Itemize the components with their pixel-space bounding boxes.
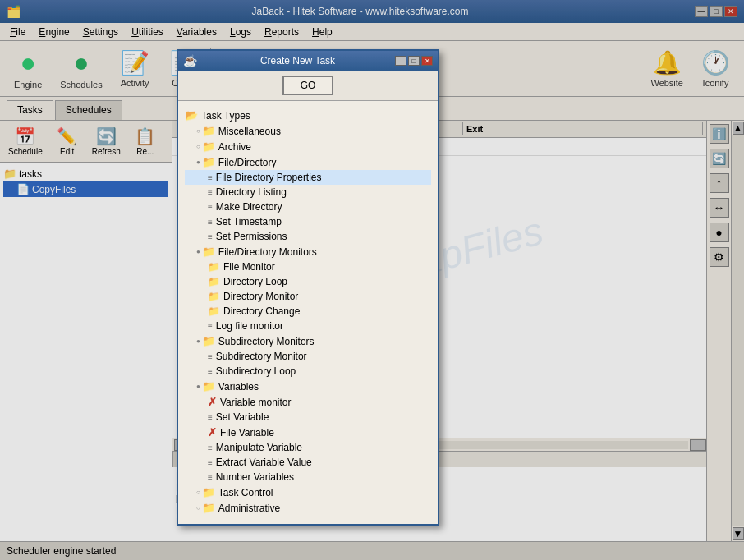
tree-icon-15: 📁 bbox=[202, 335, 215, 347]
tree-icon-13: 📁 bbox=[208, 305, 220, 317]
modal-tree-item-21[interactable]: ✗File Variable bbox=[185, 425, 431, 440]
tree-label-18: Variables bbox=[218, 381, 259, 392]
modal-tree-item-0[interactable]: 📂Task Types bbox=[185, 108, 431, 123]
modal-tree-item-1[interactable]: ○📁Miscellaneous bbox=[185, 123, 431, 139]
tree-label-5: Directory Listing bbox=[216, 186, 287, 198]
tree-icon-19: ✗ bbox=[208, 396, 217, 408]
connector-9: ● bbox=[196, 248, 200, 255]
tree-label-15: Subdirectory Monitors bbox=[218, 336, 315, 347]
modal-tree-item-25[interactable]: ○📁Task Control bbox=[185, 484, 431, 500]
modal-tree-item-22[interactable]: ≡Manipulate Variable bbox=[185, 440, 431, 455]
tree-label-9: File/Directory Monitors bbox=[218, 246, 317, 258]
modal-close-btn[interactable]: ✕ bbox=[421, 56, 433, 66]
modal-tree-item-6[interactable]: ≡Make Directory bbox=[185, 200, 431, 214]
modal-title-text: Create New Task bbox=[200, 55, 395, 67]
tree-icon-5: ≡ bbox=[208, 188, 213, 197]
tree-icon-18: 📁 bbox=[202, 380, 215, 392]
tree-label-23: Extract Variable Value bbox=[216, 457, 312, 468]
tree-icon-20: ≡ bbox=[208, 413, 213, 422]
tree-icon-14: ≡ bbox=[208, 322, 213, 331]
connector-18: ● bbox=[196, 383, 200, 390]
modal-tree-item-5[interactable]: ≡Directory Listing bbox=[185, 185, 431, 200]
tree-label-25: Task Control bbox=[218, 487, 273, 498]
modal-tree-item-4[interactable]: ≡File Directory Properties bbox=[185, 170, 431, 185]
tree-icon-9: 📁 bbox=[202, 246, 215, 258]
tree-icon-16: ≡ bbox=[208, 352, 213, 361]
connector-26: ○ bbox=[196, 504, 200, 512]
tree-label-12: Directory Monitor bbox=[223, 291, 298, 302]
tree-icon-12: 📁 bbox=[208, 291, 220, 302]
modal-tree-item-24[interactable]: ≡Number Variables bbox=[185, 470, 431, 484]
tree-label-6: Make Directory bbox=[216, 201, 282, 213]
connector-15: ● bbox=[196, 337, 200, 345]
tree-icon-1: 📁 bbox=[202, 125, 215, 137]
go-button[interactable]: GO bbox=[282, 76, 334, 95]
tree-icon-17: ≡ bbox=[208, 367, 213, 376]
tree-icon-8: ≡ bbox=[208, 232, 213, 241]
tree-label-20: Set Variable bbox=[216, 411, 269, 423]
tree-label-3: File/Directory bbox=[218, 157, 277, 168]
tree-label-26: Administrative bbox=[218, 503, 280, 514]
tree-label-14: Log file monitor bbox=[216, 320, 283, 332]
modal-window-controls: — □ ✕ bbox=[395, 56, 433, 66]
modal-tree-item-13[interactable]: 📁Directory Change bbox=[185, 304, 431, 319]
tree-label-24: Number Variables bbox=[216, 471, 294, 483]
tree-icon-4: ≡ bbox=[208, 173, 213, 182]
modal-tree-item-7[interactable]: ≡Set Timestamp bbox=[185, 214, 431, 229]
connector-25: ○ bbox=[196, 489, 200, 496]
connector-2: ○ bbox=[196, 143, 200, 150]
tree-label-7: Set Timestamp bbox=[216, 216, 282, 227]
tree-label-1: Miscellaneous bbox=[218, 126, 281, 137]
modal-tree-item-12[interactable]: 📁Directory Monitor bbox=[185, 289, 431, 304]
modal-title-bar: ☕ Create New Task — □ ✕ bbox=[178, 51, 438, 71]
tree-icon-6: ≡ bbox=[208, 203, 213, 212]
modal-tree-item-20[interactable]: ≡Set Variable bbox=[185, 410, 431, 425]
tree-icon-21: ✗ bbox=[208, 426, 217, 438]
modal-tree-item-26[interactable]: ○📁Administrative bbox=[185, 500, 431, 516]
modal-tree-item-3[interactable]: ●📁File/Directory bbox=[185, 154, 431, 170]
tree-label-11: Directory Loop bbox=[223, 276, 287, 287]
tree-label-10: File Monitor bbox=[223, 261, 275, 273]
tree-icon-2: 📁 bbox=[202, 140, 215, 153]
tree-icon-11: 📁 bbox=[208, 276, 220, 287]
modal-tree-body[interactable]: 📂Task Types○📁Miscellaneous○📁Archive●📁Fil… bbox=[178, 101, 438, 525]
modal-tree-item-19[interactable]: ✗Variable monitor bbox=[185, 394, 431, 410]
modal-tree-item-15[interactable]: ●📁Subdirectory Monitors bbox=[185, 333, 431, 349]
tree-label-8: Set Permissions bbox=[216, 231, 287, 242]
tree-icon-10: 📁 bbox=[208, 261, 220, 273]
modal-java-icon: ☕ bbox=[183, 54, 197, 67]
tree-icon-7: ≡ bbox=[208, 218, 213, 227]
modal-minimize-btn[interactable]: — bbox=[395, 56, 406, 66]
go-button-area: GO bbox=[178, 71, 438, 101]
modal-tree-item-18[interactable]: ●📁Variables bbox=[185, 379, 431, 394]
modal-tree-item-14[interactable]: ≡Log file monitor bbox=[185, 319, 431, 333]
connector-3: ● bbox=[196, 158, 200, 166]
modal-tree-item-16[interactable]: ≡Subdirectory Monitor bbox=[185, 349, 431, 364]
modal-tree-item-17[interactable]: ≡Subdirectory Loop bbox=[185, 364, 431, 379]
tree-icon-3: 📁 bbox=[202, 156, 215, 168]
tree-label-13: Directory Change bbox=[223, 305, 300, 317]
tree-label-0: Task Types bbox=[201, 110, 250, 122]
modal-tree-item-11[interactable]: 📁Directory Loop bbox=[185, 274, 431, 289]
tree-label-2: Archive bbox=[218, 141, 251, 153]
modal-maximize-btn[interactable]: □ bbox=[408, 56, 420, 66]
tree-label-22: Manipulate Variable bbox=[216, 442, 302, 453]
tree-icon-0: 📂 bbox=[185, 109, 198, 122]
modal-tree-item-23[interactable]: ≡Extract Variable Value bbox=[185, 455, 431, 470]
tree-icon-24: ≡ bbox=[208, 473, 213, 482]
tree-label-16: Subdirectory Monitor bbox=[216, 351, 307, 362]
tree-label-21: File Variable bbox=[220, 427, 274, 438]
tree-label-19: Variable monitor bbox=[220, 397, 291, 408]
create-task-modal: ☕ Create New Task — □ ✕ GO 📂Task Types○📁… bbox=[177, 49, 439, 526]
tree-label-17: Subdirectory Loop bbox=[216, 365, 296, 377]
modal-tree-item-9[interactable]: ●📁File/Directory Monitors bbox=[185, 244, 431, 259]
modal-tree-item-2[interactable]: ○📁Archive bbox=[185, 139, 431, 154]
tree-icon-25: 📁 bbox=[202, 486, 215, 498]
modal-tree-item-10[interactable]: 📁File Monitor bbox=[185, 259, 431, 274]
tree-label-4: File Directory Properties bbox=[216, 172, 322, 183]
connector-1: ○ bbox=[196, 127, 200, 135]
tree-icon-23: ≡ bbox=[208, 458, 213, 467]
tree-icon-22: ≡ bbox=[208, 443, 213, 452]
tree-icon-26: 📁 bbox=[202, 502, 215, 514]
modal-tree-item-8[interactable]: ≡Set Permissions bbox=[185, 229, 431, 244]
